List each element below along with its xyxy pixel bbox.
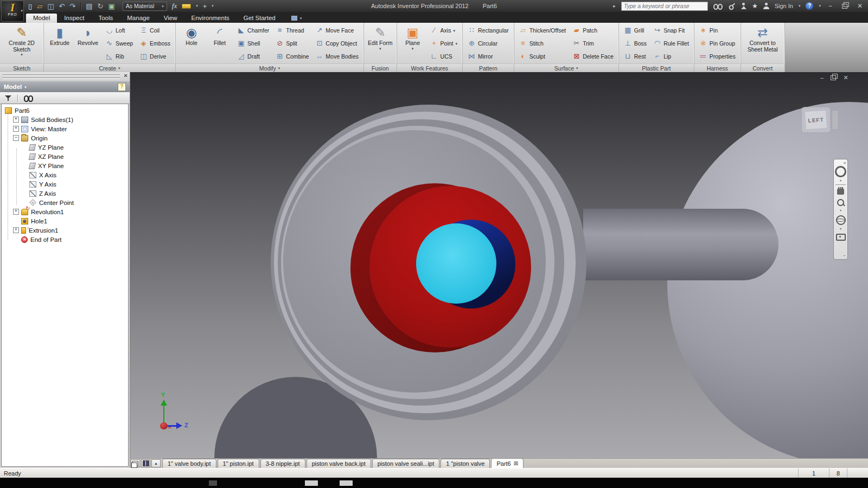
measure-icon[interactable] <box>182 4 191 9</box>
tree-item-extrusion1[interactable]: +Extrusion1 <box>2 226 128 235</box>
tree-item-part6[interactable]: Part6 <box>2 106 128 115</box>
tree-item-x-axis[interactable]: X Axis <box>2 170 128 179</box>
panel-label-convert[interactable]: Convert <box>741 63 784 72</box>
sign-in-person-icon[interactable] <box>763 3 769 9</box>
tree-item-y-axis[interactable]: Y Axis <box>2 179 128 189</box>
tree-item-solid-bodies-1[interactable]: +Solid Bodies(1) <box>2 115 128 124</box>
ribbon-button-snap-fit[interactable]: ↪Snap Fit <box>652 25 691 36</box>
ribbon-button-chamfer[interactable]: ◣Chamfer <box>235 25 271 36</box>
panel-label-fusion[interactable]: Fusion <box>364 63 397 72</box>
application-menu-button[interactable]: I PRO ▾ <box>1 1 24 22</box>
save-icon[interactable]: ◫ <box>47 3 54 10</box>
viewcube-side-face[interactable] <box>832 110 839 130</box>
part-cyan-bore[interactable] <box>416 223 496 304</box>
communication-center-icon[interactable] <box>741 3 746 9</box>
ribbon-button-create-2d-sketch[interactable]: ✎Create 2D Sketch▾ <box>2 24 41 63</box>
tree-item-end-of-part[interactable]: End of Part <box>2 235 128 244</box>
ribbon-button-loft[interactable]: ◡Loft <box>104 25 135 36</box>
browser-help-icon[interactable]: ? <box>118 83 126 91</box>
ribbon-button-move-face[interactable]: ↗Move Face <box>314 25 360 36</box>
ribbon-button-edit-form[interactable]: ✎Edit Form▾ <box>366 24 394 63</box>
look-at-icon[interactable] <box>836 234 846 241</box>
orbit-icon[interactable] <box>836 215 846 225</box>
search-icon[interactable] <box>713 3 723 9</box>
document-tab-piston-valve-seali-ipt[interactable]: piston valve seali...ipt <box>372 459 440 468</box>
restore-button[interactable] <box>842 4 847 9</box>
tab-get-started[interactable]: Get Started <box>237 14 283 23</box>
infocenter-collapse-icon[interactable]: ▸ <box>613 3 616 9</box>
select-icon[interactable]: ▣ <box>108 3 114 10</box>
ribbon-display-options[interactable]: ▾ <box>291 16 302 21</box>
browser-header[interactable]: Model ▾ ? <box>0 81 130 92</box>
ribbon-button-boss[interactable]: ⊥Boss <box>622 38 648 49</box>
ribbon-button-derive[interactable]: ◫Derive <box>138 51 172 62</box>
panel-label-harness[interactable]: Harness <box>694 63 741 72</box>
document-tab-part6[interactable]: Part6⊠ <box>491 458 524 468</box>
ribbon-button-lip[interactable]: ⌐Lip <box>652 51 691 62</box>
steering-wheel-icon[interactable] <box>835 166 846 177</box>
cascade-windows-button[interactable] <box>131 459 140 467</box>
add-icon[interactable]: + <box>203 2 207 10</box>
ribbon-button-axis[interactable]: ∕Axis▾ <box>429 25 459 36</box>
doc-close-button[interactable]: ✕ <box>843 74 848 81</box>
tab-environments[interactable]: Environments <box>184 14 237 23</box>
tree-item-z-axis[interactable]: Z Axis <box>2 189 128 198</box>
new-file-icon[interactable]: ▯ <box>28 3 32 10</box>
ribbon-button-plane[interactable]: ▣Plane▾ <box>399 24 426 63</box>
ribbon-button-coil[interactable]: ΞCoil <box>138 25 172 36</box>
doc-minimize-button[interactable]: − <box>820 75 824 81</box>
tree-item-revolution1[interactable]: +Revolution1 <box>2 207 128 216</box>
ribbon-button-sweep[interactable]: ∿Sweep <box>104 38 135 49</box>
expand-icon[interactable]: + <box>13 209 19 215</box>
ribbon-button-extrude[interactable]: ▮Extrude <box>46 24 73 63</box>
ribbon-button-copy-object[interactable]: ⊡Copy Object <box>314 38 360 49</box>
ribbon-button-thicken-offset[interactable]: ▱Thicken/Offset <box>518 25 568 36</box>
ribbon-button-ucs[interactable]: ∟UCS <box>429 51 459 62</box>
ribbon-button-trim[interactable]: ✂Trim <box>571 38 615 49</box>
doc-restore-button[interactable] <box>831 75 836 80</box>
ribbon-button-draft[interactable]: ◿Draft <box>235 51 271 62</box>
ribbon-button-combine[interactable]: ⊞Combine <box>274 51 310 62</box>
panel-label-create[interactable]: Create▾ <box>44 63 175 72</box>
expand-icon[interactable]: + <box>13 126 19 132</box>
panel-label-sketch[interactable]: Sketch <box>0 63 43 72</box>
tab-tools[interactable]: Tools <box>91 14 120 23</box>
minimize-button[interactable]: − <box>826 2 834 10</box>
zoom-icon[interactable] <box>837 199 844 206</box>
filter-icon[interactable] <box>5 95 11 101</box>
search-input[interactable] <box>621 2 708 11</box>
material-dropdown[interactable]: As Material ▾ <box>123 2 167 11</box>
ribbon-button-circular[interactable]: ⊕Circular <box>466 38 510 49</box>
ribbon-button-pin[interactable]: ∗Pin <box>698 25 737 36</box>
tab-model[interactable]: Model <box>26 14 57 23</box>
sign-in-label[interactable]: Sign In <box>775 3 793 9</box>
panel-label-modify[interactable]: Modify▾ <box>176 63 363 72</box>
tab-manage[interactable]: Manage <box>120 14 157 23</box>
ribbon-button-split[interactable]: ⊘Split <box>274 38 310 49</box>
help-icon[interactable]: ? <box>806 2 813 10</box>
expand-icon[interactable]: + <box>13 227 19 233</box>
expand-icon[interactable]: + <box>13 117 19 123</box>
ribbon-button-stitch[interactable]: ≡Stitch <box>518 38 568 49</box>
close-button[interactable]: ✕ <box>855 2 865 10</box>
document-tab-1-piston-ipt[interactable]: 1" piston.ipt <box>218 459 259 468</box>
open-icon[interactable]: ▱ <box>37 3 42 10</box>
ribbon-button-convert-to-sheet-metal[interactable]: ⇄Convert to Sheet Metal <box>743 24 782 63</box>
ribbon-button-rectangular[interactable]: ∷Rectangular <box>466 25 510 36</box>
collapse-tabs-button[interactable]: ▴ <box>151 459 161 467</box>
redo-icon[interactable]: ↷ <box>69 3 75 10</box>
zoom-chevron-icon[interactable]: ▾ <box>840 208 841 212</box>
document-tab-3-8-nipple-ipt[interactable]: 3-8 nipple.ipt <box>260 459 305 468</box>
pan-icon[interactable] <box>837 188 844 195</box>
ribbon-button-rule-fillet[interactable]: ◠Rule Fillet <box>652 38 691 49</box>
tree-item-origin[interactable]: −Origin <box>2 133 128 143</box>
browser-close-icon[interactable]: ✕ <box>124 73 128 79</box>
ribbon-button-thread[interactable]: ≡Thread <box>274 25 310 36</box>
ribbon-button-hole[interactable]: ◉Hole <box>178 24 205 63</box>
document-tab-1-valve-body-ipt[interactable]: 1" valve body.ipt <box>162 459 216 468</box>
collapse-icon[interactable]: − <box>13 135 19 141</box>
iproperties-icon[interactable]: ▤ <box>86 3 92 10</box>
undo-icon[interactable]: ↶ <box>59 3 65 10</box>
ribbon-button-properties[interactable]: ≔Properties <box>698 51 737 62</box>
tab-close-badge-icon[interactable]: ⊠ <box>514 460 518 466</box>
